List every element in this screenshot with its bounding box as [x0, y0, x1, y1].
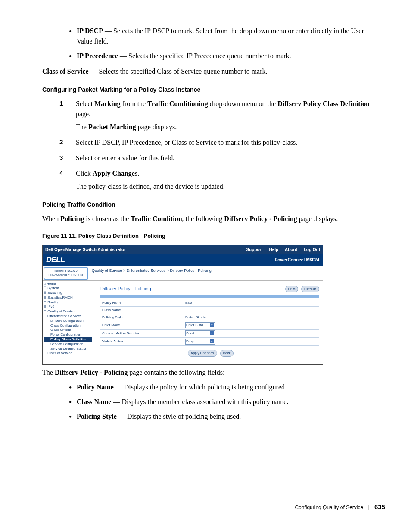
page-number: 635 [374, 503, 385, 510]
term: IP Precedence [77, 52, 118, 59]
field-label: Color Mode [100, 321, 184, 329]
tree-item[interactable]: Class Configuration [44, 324, 92, 328]
step-4: Click Apply Changes. The policy-class is… [59, 168, 372, 192]
dell-logo-icon: DELL [46, 254, 65, 266]
heading-configuring: Configuring Packet Marking for a Policy … [42, 85, 372, 94]
desc: — Selects the IP DSCP to mark. Select fr… [77, 27, 364, 45]
list-item: IP DSCP — Selects the IP DSCP to mark. S… [59, 26, 372, 47]
bullet-list-top: IP DSCP — Selects the IP DSCP to mark. S… [59, 26, 372, 61]
field-label: Conform Action Selector [100, 329, 184, 337]
field-value[interactable]: Color Blind▾ [184, 321, 319, 329]
breadcrumb[interactable]: Quality of Service > Differentiated Serv… [89, 266, 323, 280]
table-row: Conform Action SelectorSend▾ [100, 329, 319, 337]
list-item: Policing Style — Displays the style of p… [59, 411, 372, 422]
policing-para: When Policing is chosen as the Traffic C… [42, 214, 372, 224]
tree-item[interactable]: ⊞ Statistics/RMON [44, 296, 92, 300]
after-para: The Diffserv Policy - Policing page cont… [42, 367, 372, 378]
table-row: Violate ActionDrop▾ [100, 337, 319, 345]
model-label: PowerConnect M8024 [275, 257, 319, 263]
tree-item[interactable]: Policy Configuration [44, 333, 92, 337]
tree-item[interactable]: ⊞ System [44, 286, 92, 291]
about-link[interactable]: About [285, 247, 297, 252]
back-button[interactable]: Back [220, 350, 234, 357]
chevron-down-icon: ▾ [210, 339, 214, 343]
ip-box: Inband IP:0.0.0.0 Out-of-band IP:10.27.5… [44, 267, 88, 280]
table-row: Policing StylePolice Simple [100, 314, 319, 321]
chevron-down-icon: ▾ [210, 331, 214, 335]
panel-title: Diffserv Policy - Policing [100, 285, 151, 292]
step-2: Select IP DSCP, IP Precedence, or Class … [59, 137, 372, 148]
tree-item[interactable]: ⊞ Quality of Service [44, 309, 92, 314]
screenshot: Dell OpenManage Switch Administrator Sup… [42, 245, 323, 365]
figure-caption: Figure 11-11. Policy Class Definition - … [42, 232, 372, 240]
tree-item[interactable]: Policy Class Definition [44, 337, 92, 342]
bullet-list-bottom: Policy Name — Displays the policy for wh… [59, 382, 372, 422]
apply-changes-button[interactable]: Apply Changes [188, 350, 217, 357]
tree-item[interactable]: ⊞ IPv6 [44, 305, 92, 309]
tree-item[interactable]: ⊞ Switching [44, 291, 92, 296]
step-sub: The policy-class is defined, and the dev… [76, 181, 372, 192]
steps-list: Select Marking from the Traffic Conditio… [59, 99, 372, 192]
support-link[interactable]: Support [246, 247, 262, 252]
chevron-down-icon: ▾ [210, 323, 214, 327]
step-3: Select or enter a value for this field. [59, 153, 372, 163]
form-table: Policy NameEastClass NamePolicing StyleP… [100, 299, 319, 346]
field-value[interactable]: Drop▾ [184, 337, 319, 345]
field-label: Class Name [100, 306, 184, 314]
field-label: Policing Style [100, 314, 184, 321]
tree-item[interactable]: Service Configuration [44, 342, 92, 347]
tree-item[interactable]: Service Detailed Statist [44, 347, 92, 352]
tree-item[interactable]: Differentiated Services [44, 314, 92, 319]
content-panel: Diffserv Policy - Policing Print Refresh… [93, 281, 323, 364]
tree-item[interactable]: ⊞ Class of Service [44, 351, 92, 356]
tree-item[interactable]: Class Criteria [44, 328, 92, 333]
cos-para: Class of Service — Selects the specified… [42, 66, 372, 77]
footer-section: Configuring Quality of Service [295, 504, 363, 510]
field-value[interactable]: Send▾ [184, 329, 319, 337]
app-titlebar: Dell OpenManage Switch Administrator Sup… [43, 245, 323, 254]
page-footer: Configuring Quality of Service | 635 [0, 503, 385, 510]
field-label: Policy Name [100, 299, 184, 306]
app-title: Dell OpenManage Switch Administrator [45, 246, 126, 253]
table-row: Class Name [100, 306, 319, 314]
desc: — Selects the specified IP Precedence qu… [118, 52, 291, 59]
nav-tree[interactable]: ⌂ Home⊞ System⊞ Switching⊞ Statistics/RM… [43, 281, 93, 364]
separator-icon: | [368, 504, 370, 510]
print-button[interactable]: Print [285, 286, 298, 292]
list-item: Class Name — Displays the member class a… [59, 397, 372, 407]
step-1: Select Marking from the Traffic Conditio… [59, 99, 372, 132]
tree-item[interactable]: Diffserv Configuration [44, 319, 92, 324]
tree-item[interactable]: ⌂ Home [44, 282, 92, 286]
field-label: Violate Action [100, 337, 184, 345]
refresh-button[interactable]: Refresh [301, 286, 319, 292]
term: IP DSCP [77, 27, 103, 34]
list-item: IP Precedence — Selects the specified IP… [59, 51, 372, 61]
table-row: Color ModeColor Blind▾ [100, 321, 319, 329]
help-link[interactable]: Help [269, 247, 279, 252]
heading-policing: Policing Traffic Condition [42, 200, 372, 209]
tree-item[interactable]: ⊞ Routing [44, 300, 92, 305]
field-value [184, 306, 319, 314]
section-bar-icon [100, 295, 319, 298]
field-value: East [184, 299, 319, 306]
list-item: Policy Name — Displays the policy for wh… [59, 382, 372, 392]
step-sub: The Packet Marking page displays. [76, 122, 372, 132]
field-value: Police Simple [184, 314, 319, 321]
table-row: Policy NameEast [100, 299, 319, 306]
logout-link[interactable]: Log Out [304, 247, 320, 252]
